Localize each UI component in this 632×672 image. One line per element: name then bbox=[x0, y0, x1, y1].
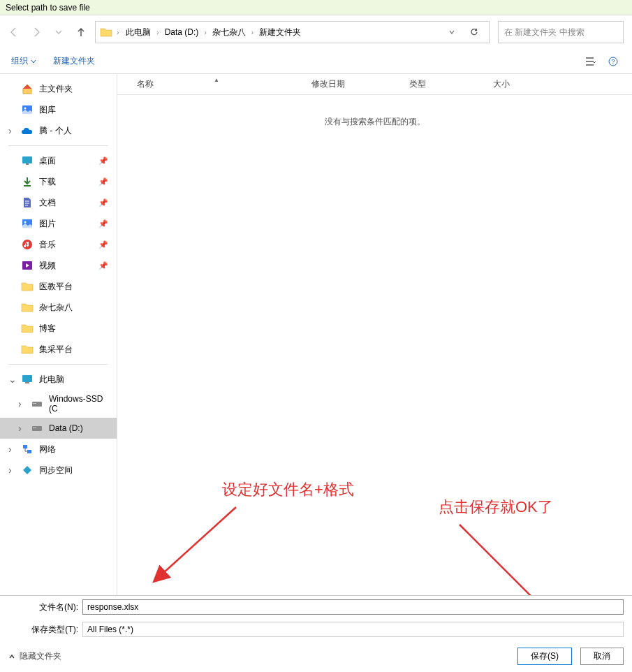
drive-icon bbox=[31, 397, 43, 410]
pin-icon: 📌 bbox=[98, 177, 108, 187]
chevron-up-icon bbox=[8, 653, 15, 660]
sidebar: 主文件夹 图库 腾 - 个人 桌面📌 下载📌 文档📌 图片📌 音乐📌 视频📌 医… bbox=[0, 74, 117, 598]
sidebar-folder3[interactable]: 博客 bbox=[0, 318, 117, 339]
svg-rect-12 bbox=[32, 402, 42, 407]
address-dropdown[interactable] bbox=[443, 26, 461, 38]
desktop-icon bbox=[21, 154, 34, 167]
svg-point-3 bbox=[24, 108, 27, 110]
new-folder-button[interactable]: 新建文件夹 bbox=[53, 55, 95, 67]
sidebar-label: 医教平台 bbox=[39, 281, 73, 293]
sidebar-videos[interactable]: 视频📌 bbox=[0, 255, 117, 276]
hide-folders-button[interactable]: 隐藏文件夹 bbox=[8, 650, 61, 662]
svg-rect-4 bbox=[22, 156, 32, 163]
sidebar-label: 主文件夹 bbox=[39, 83, 73, 95]
column-name[interactable]: 名称▲ bbox=[137, 78, 311, 90]
back-button[interactable] bbox=[8, 27, 20, 38]
folder-icon bbox=[21, 322, 34, 335]
document-icon bbox=[21, 196, 34, 209]
sidebar-label: 下载 bbox=[39, 176, 56, 188]
sidebar-label: 此电脑 bbox=[39, 374, 64, 386]
sidebar-music[interactable]: 音乐📌 bbox=[0, 234, 117, 255]
sidebar-network[interactable]: 网络 bbox=[0, 439, 117, 460]
sidebar-desktop[interactable]: 桌面📌 bbox=[0, 150, 117, 171]
sidebar-drive-d[interactable]: Data (D:) bbox=[0, 418, 117, 439]
navigation-bar: › 此电脑 › Data (D:) › 杂七杂八 › 新建文件夹 在 新建文件夹… bbox=[0, 15, 632, 49]
video-icon bbox=[21, 259, 34, 272]
svg-point-8 bbox=[22, 240, 32, 249]
empty-message: 没有与搜索条件匹配的项。 bbox=[117, 95, 632, 149]
up-button[interactable] bbox=[75, 27, 87, 38]
folder-icon bbox=[21, 280, 34, 293]
svg-rect-17 bbox=[27, 450, 31, 453]
download-icon bbox=[21, 175, 34, 188]
column-type[interactable]: 类型 bbox=[409, 78, 493, 90]
folder-icon bbox=[21, 343, 34, 356]
sidebar-thispc[interactable]: 此电脑 bbox=[0, 369, 117, 390]
column-size[interactable]: 大小 bbox=[493, 78, 549, 90]
breadcrumb-item[interactable]: 杂七杂八 bbox=[210, 25, 249, 40]
sidebar-sync[interactable]: 同步空间 bbox=[0, 460, 117, 481]
pc-icon bbox=[21, 373, 34, 386]
save-button[interactable]: 保存(S) bbox=[517, 648, 572, 665]
column-date[interactable]: 修改日期 bbox=[311, 78, 409, 90]
pin-icon: 📌 bbox=[98, 156, 108, 166]
folder-icon bbox=[21, 301, 34, 314]
chevron-right-icon: › bbox=[115, 29, 120, 36]
sidebar-pictures[interactable]: 图片📌 bbox=[0, 213, 117, 234]
sidebar-onedrive[interactable]: 腾 - 个人 bbox=[0, 120, 117, 141]
breadcrumb-item[interactable]: 此电脑 bbox=[123, 25, 154, 40]
gallery-icon bbox=[21, 103, 34, 116]
sidebar-home[interactable]: 主文件夹 bbox=[0, 78, 117, 99]
chevron-right-icon: › bbox=[203, 29, 207, 36]
search-input[interactable]: 在 新建文件夹 中搜索 bbox=[498, 21, 624, 43]
sidebar-label: 集采平台 bbox=[39, 344, 73, 356]
sidebar-drive-c[interactable]: Windows-SSD (C bbox=[0, 390, 117, 418]
svg-rect-11 bbox=[25, 382, 29, 384]
pin-icon: 📌 bbox=[98, 261, 108, 270]
sidebar-label: 图库 bbox=[39, 104, 56, 116]
filetype-select[interactable]: All Files (*.*) bbox=[82, 622, 624, 637]
help-button[interactable]: ? bbox=[605, 54, 621, 69]
bottom-panel: 文件名(N): 保存类型(T): All Files (*.*) 隐藏文件夹 保… bbox=[0, 595, 632, 672]
forward-button[interactable] bbox=[31, 27, 42, 38]
breadcrumb: 此电脑 › Data (D:) › 杂七杂八 › 新建文件夹 bbox=[123, 25, 440, 40]
address-bar[interactable]: › 此电脑 › Data (D:) › 杂七杂八 › 新建文件夹 bbox=[95, 21, 490, 43]
sidebar-folder4[interactable]: 集采平台 bbox=[0, 339, 117, 360]
column-headers: 名称▲ 修改日期 类型 大小 bbox=[117, 74, 632, 95]
svg-rect-10 bbox=[22, 375, 32, 382]
sort-indicator-icon: ▲ bbox=[214, 77, 219, 83]
sidebar-folder2[interactable]: 杂七杂八 bbox=[0, 297, 117, 318]
cloud-icon bbox=[21, 124, 34, 137]
window-title: Select path to save file bbox=[0, 0, 632, 15]
sidebar-label: 同步空间 bbox=[39, 465, 73, 476]
filetype-label: 保存类型(T): bbox=[8, 624, 78, 636]
sidebar-gallery[interactable]: 图库 bbox=[0, 99, 117, 120]
breadcrumb-item[interactable]: 新建文件夹 bbox=[256, 25, 304, 40]
refresh-button[interactable] bbox=[464, 24, 485, 40]
sidebar-label: 腾 - 个人 bbox=[39, 125, 72, 137]
pin-icon: 📌 bbox=[98, 219, 108, 228]
filename-input[interactable] bbox=[82, 599, 624, 615]
pin-icon: 📌 bbox=[98, 198, 108, 207]
breadcrumb-item[interactable]: Data (D:) bbox=[162, 26, 202, 38]
svg-text:?: ? bbox=[611, 58, 615, 65]
sidebar-label: 网络 bbox=[39, 444, 56, 455]
svg-point-7 bbox=[24, 221, 27, 224]
svg-rect-16 bbox=[23, 445, 27, 448]
organize-button[interactable]: 组织 bbox=[11, 55, 36, 67]
view-options-button[interactable] bbox=[583, 54, 600, 68]
sidebar-label: 图片 bbox=[39, 218, 56, 230]
svg-rect-5 bbox=[26, 163, 29, 165]
sidebar-folder1[interactable]: 医教平台 bbox=[0, 276, 117, 297]
file-list-area: 名称▲ 修改日期 类型 大小 没有与搜索条件匹配的项。 设定好文件名+格式 点击… bbox=[117, 74, 632, 598]
sidebar-label: 音乐 bbox=[39, 239, 56, 251]
sidebar-documents[interactable]: 文档📌 bbox=[0, 192, 117, 213]
svg-rect-13 bbox=[33, 403, 36, 404]
toolbar: 组织 新建文件夹 ? bbox=[0, 49, 632, 74]
filename-label: 文件名(N): bbox=[8, 601, 78, 613]
folder-icon bbox=[100, 26, 112, 38]
cancel-button[interactable]: 取消 bbox=[580, 648, 624, 665]
drive-icon bbox=[31, 422, 43, 434]
recent-button[interactable] bbox=[53, 27, 64, 38]
sidebar-downloads[interactable]: 下载📌 bbox=[0, 171, 117, 192]
